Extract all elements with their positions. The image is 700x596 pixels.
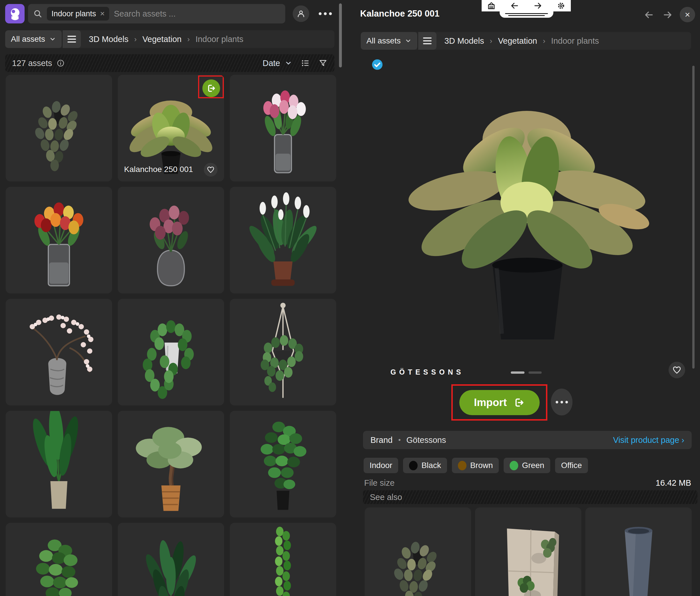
heart-icon [672, 365, 681, 374]
close-detail-button[interactable]: × [680, 7, 695, 22]
results-bar: 127 assets Date [5, 54, 334, 72]
account-button[interactable] [293, 5, 309, 22]
asset-card[interactable] [118, 299, 224, 406]
app-logo-icon[interactable] [5, 4, 25, 23]
see-also-header: See also [363, 490, 697, 504]
more-menu-button[interactable] [316, 5, 334, 22]
hamburger-icon [68, 36, 76, 43]
clear-tag-icon[interactable]: × [100, 9, 105, 18]
search-placeholder: Search assets ... [114, 9, 175, 19]
breadcrumb-vegetation[interactable]: Vegetation [498, 36, 537, 46]
tag-label: Brown [470, 461, 493, 470]
host-app-tooltip [500, 11, 553, 18]
asset-thumbnail [475, 508, 581, 596]
breadcrumb-separator: › [543, 36, 545, 46]
favorite-button[interactable] [669, 362, 685, 378]
see-also-card[interactable] [365, 508, 471, 596]
search-input[interactable]: Indoor plants × Search assets ... [28, 4, 285, 23]
hamburger-icon [423, 37, 432, 44]
asset-thumbnail [118, 187, 224, 293]
chevron-down-icon [405, 37, 411, 44]
see-also-card[interactable] [475, 508, 581, 596]
see-also-card[interactable] [585, 508, 692, 596]
asset-card[interactable] [230, 187, 336, 293]
all-assets-dropdown[interactable]: All assets [361, 32, 417, 50]
asset-card[interactable] [6, 411, 112, 517]
chevron-down-icon [49, 36, 56, 43]
next-asset-button[interactable] [661, 8, 674, 21]
tag-chip[interactable]: Office [555, 458, 588, 473]
breadcrumb-indoor-plants[interactable]: Indoor plants [196, 34, 244, 44]
tag-chip[interactable]: Green [504, 458, 550, 473]
building-icon[interactable] [487, 1, 496, 10]
prev-asset-button[interactable] [643, 8, 655, 21]
breadcrumb-indoor-plants[interactable]: Indoor plants [551, 36, 599, 46]
carousel-dash-active[interactable] [511, 371, 525, 374]
asset-card[interactable] [118, 411, 224, 517]
asset-thumbnail [6, 299, 112, 406]
asset-card[interactable] [118, 187, 224, 293]
category-menu-button[interactable] [418, 32, 436, 50]
asset-detail-panel: Kalanchoe 250 001 × All assets 3D Models… [354, 0, 700, 596]
breadcrumb-3d-models[interactable]: 3D Models [89, 34, 129, 44]
asset-card[interactable] [6, 299, 112, 406]
breadcrumb-3d-models[interactable]: 3D Models [445, 36, 484, 46]
import-button[interactable]: Import [459, 390, 540, 415]
breadcrumb-separator: › [187, 35, 190, 44]
asset-thumbnail [6, 187, 112, 293]
asset-grid: Kalanchoe 250 001 [6, 75, 337, 596]
asset-card[interactable] [230, 75, 336, 181]
asset-thumbnail [6, 411, 112, 517]
asset-card[interactable] [230, 299, 336, 406]
asset-thumbnail [230, 75, 336, 181]
file-size-label: File size [364, 478, 395, 488]
gear-icon[interactable] [556, 1, 566, 10]
asset-card[interactable] [6, 187, 112, 293]
tag-chip[interactable]: Indoor [364, 458, 398, 473]
all-assets-dropdown[interactable]: All assets [5, 30, 62, 48]
back-arrow-icon[interactable] [510, 1, 519, 10]
chevron-down-icon[interactable] [285, 59, 292, 67]
file-size-value: 16.42 MB [656, 478, 691, 488]
asset-thumbnail [365, 508, 471, 596]
see-also-label: See also [370, 493, 402, 502]
export-icon [513, 396, 525, 409]
right-scrollbar[interactable] [692, 66, 695, 368]
asset-thumbnail [6, 75, 112, 181]
category-menu-button[interactable] [62, 30, 81, 48]
search-filter-tag[interactable]: Indoor plants × [47, 7, 109, 21]
asset-count: 127 assets [12, 58, 52, 68]
left-scrollbar[interactable] [339, 3, 342, 68]
asset-thumbnail [230, 187, 336, 293]
brand-logo: GÖTESSONS [391, 368, 464, 376]
sort-dropdown[interactable]: Date [263, 58, 280, 68]
import-label: Import [474, 396, 507, 409]
filter-button[interactable] [319, 58, 328, 68]
asset-thumbnail [230, 411, 336, 517]
asset-card[interactable]: Kalanchoe 250 001 [118, 75, 224, 181]
brand-row: Brand • Götessons Visit product page › [363, 431, 692, 449]
asset-card[interactable] [230, 411, 336, 517]
info-icon[interactable] [57, 59, 65, 67]
tag-color-dot [409, 461, 418, 470]
breadcrumb-vegetation[interactable]: Vegetation [142, 34, 181, 44]
asset-browser-panel: Indoor plants × Search assets ... All as… [0, 0, 346, 596]
tag-chip[interactable]: Black [403, 458, 447, 473]
list-view-button[interactable] [301, 58, 310, 68]
visit-product-page-link[interactable]: Visit product page › [613, 435, 684, 445]
tag-chip[interactable]: Brown [452, 458, 499, 473]
ellipsis-icon [319, 12, 332, 15]
asset-card[interactable] [6, 523, 112, 596]
forward-arrow-icon[interactable] [533, 1, 543, 10]
carousel-dash[interactable] [528, 371, 542, 374]
brand-value: Götessons [406, 435, 446, 445]
tag-label: Office [561, 461, 582, 470]
asset-options-button[interactable] [551, 389, 573, 415]
asset-card[interactable] [6, 75, 112, 181]
see-also-grid [365, 508, 699, 596]
asset-card[interactable] [230, 523, 336, 596]
asset-card[interactable] [118, 523, 224, 596]
search-tag-label: Indoor plants [51, 9, 96, 18]
favorite-button[interactable] [204, 163, 218, 177]
asset-thumbnail [6, 523, 112, 596]
